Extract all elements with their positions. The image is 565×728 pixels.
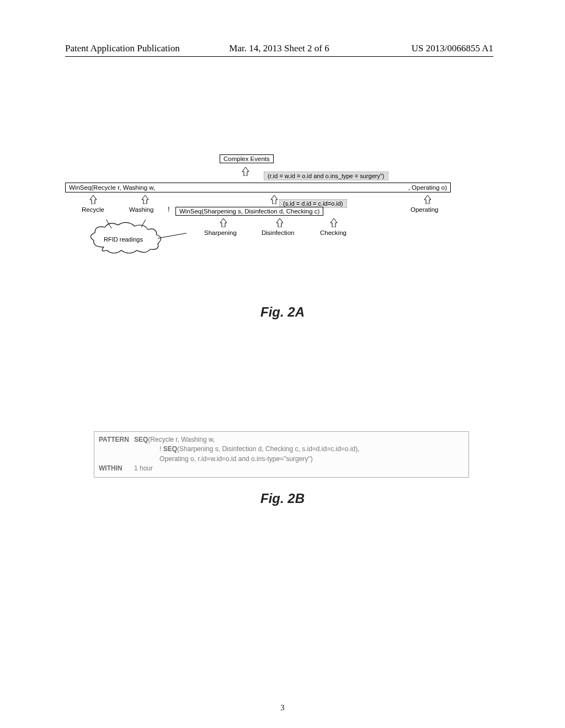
code-line: ! SEQ(Sharpening s, Disinfection d, Chec… bbox=[99, 445, 464, 454]
figure-2b-code: PATTERN SEQ(Recycle r, Washing w, ! SEQ(… bbox=[94, 431, 469, 478]
code-line: PATTERN SEQ(Recycle r, Washing w, bbox=[99, 435, 464, 445]
up-arrow-icon bbox=[276, 218, 284, 226]
outer-winseq-box: WinSeq(Recycle r, Washing w, , Operating… bbox=[65, 183, 451, 192]
within-keyword: WITHIN bbox=[99, 464, 134, 473]
page: Patent Application Publication Mar. 14, … bbox=[0, 0, 565, 728]
page-header: Patent Application Publication Mar. 14, … bbox=[65, 43, 493, 57]
up-arrow-icon bbox=[242, 167, 249, 175]
bang: ! bbox=[159, 445, 161, 453]
code-line: WITHIN 1 hour bbox=[99, 464, 464, 473]
up-arrow-icon bbox=[330, 218, 338, 226]
page-number: 3 bbox=[281, 704, 285, 713]
outer-predicate: (r.id = w.id = o.id and o.ins_type = sur… bbox=[264, 172, 388, 180]
within-value: 1 hour bbox=[134, 464, 153, 473]
header-center: Mar. 14, 2013 Sheet 2 of 6 bbox=[229, 43, 329, 54]
sharpening-label: Sharpening bbox=[204, 229, 237, 236]
pattern-keyword: PATTERN bbox=[99, 435, 134, 445]
operating-label: Operating bbox=[411, 206, 439, 213]
rfid-readings-label: RFID readings bbox=[104, 236, 143, 243]
code-text: SEQ(Recycle r, Washing w, bbox=[134, 435, 215, 445]
up-arrow-icon bbox=[424, 195, 431, 203]
seq-keyword: SEQ bbox=[134, 436, 148, 443]
recycle-label: Recycle bbox=[82, 206, 104, 213]
complex-events-box: Complex Events bbox=[220, 154, 274, 163]
washing-label: Washing bbox=[129, 206, 153, 213]
up-arrow-icon bbox=[270, 195, 278, 203]
figure-2a: Complex Events (r.id = w.id = o.id and o… bbox=[65, 149, 498, 292]
outer-winseq-right: , Operating o) bbox=[408, 184, 447, 191]
code-line: Operating o, r.id=w.id=o.id and o.ins-ty… bbox=[99, 454, 464, 464]
figure-2a-caption: Fig. 2A bbox=[260, 304, 305, 320]
header-right: US 2013/0066855 A1 bbox=[412, 43, 493, 54]
up-arrow-icon bbox=[89, 195, 97, 203]
up-arrow-icon bbox=[141, 195, 149, 203]
svg-line-4 bbox=[158, 229, 186, 238]
outer-winseq-left: WinSeq(Recycle r, Washing w, bbox=[69, 184, 155, 191]
bang-label: ! bbox=[168, 205, 170, 213]
inner-winseq-box: WinSeq(Sharpening s, Disinfection d, Che… bbox=[175, 207, 323, 216]
checking-label: Checking bbox=[320, 229, 347, 236]
up-arrow-icon bbox=[220, 218, 227, 226]
header-left: Patent Application Publication bbox=[65, 43, 180, 54]
seq-keyword: SEQ bbox=[163, 445, 177, 453]
disinfection-label: Disinfection bbox=[262, 229, 294, 236]
figure-2b-caption: Fig. 2B bbox=[260, 491, 305, 506]
